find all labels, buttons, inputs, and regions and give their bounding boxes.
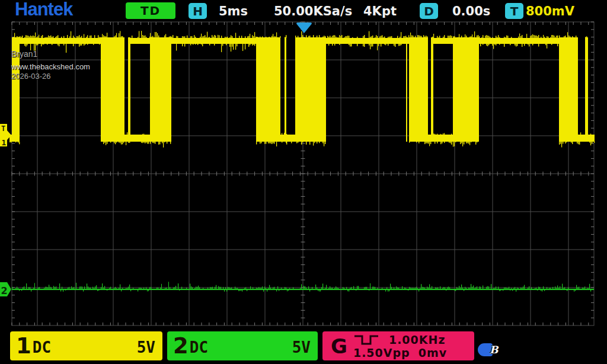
ch1-status-box: 1 DC 5V (10, 331, 162, 360)
trigger-position-marker-icon (295, 23, 312, 33)
ch1-number: 1 (16, 333, 31, 359)
ch2-number: 2 (173, 333, 189, 359)
generator-label: G (331, 334, 347, 358)
svg-text:1: 1 (2, 138, 7, 147)
generator-status-box: G 1.00KHz 1.50Vpp 0mv (322, 331, 474, 360)
generator-values: 1.00KHz 1.50Vpp 0mv (353, 333, 447, 359)
waveform-display: T12 (0, 0, 607, 364)
generator-offset: 0mv (418, 346, 447, 359)
generator-vpp: 1.50Vpp (353, 346, 410, 359)
svg-text:T: T (1, 124, 5, 133)
annotation-website: www.thebackshed.com (11, 63, 90, 71)
ch1-trace (9, 31, 595, 148)
ch2-coupling: DC (190, 339, 208, 356)
ch1-scale: 5V (137, 339, 155, 356)
ch1-coupling: DC (33, 339, 51, 356)
square-wave-icon (353, 333, 379, 346)
usb-device-label: B (490, 344, 498, 356)
annotation-date: 2026-03-26 (11, 72, 90, 80)
screen-annotation: Bryan1 www.thebackshed.com 2026-03-26 (11, 50, 90, 80)
ch1-level-marker: T1 (0, 124, 11, 147)
annotation-username: Bryan1 (11, 50, 90, 58)
svg-text:2: 2 (1, 285, 8, 296)
ch2-scale: 5V (292, 339, 311, 356)
oscilloscope-screen: Hantek TD H 5ms 50.00KSa/s 4Kpt D 0.00s … (0, 0, 607, 364)
ch2-level-marker: 2 (0, 282, 11, 296)
ch2-status-box: 2 DC 5V (167, 331, 318, 360)
generator-frequency: 1.00KHz (389, 333, 446, 346)
